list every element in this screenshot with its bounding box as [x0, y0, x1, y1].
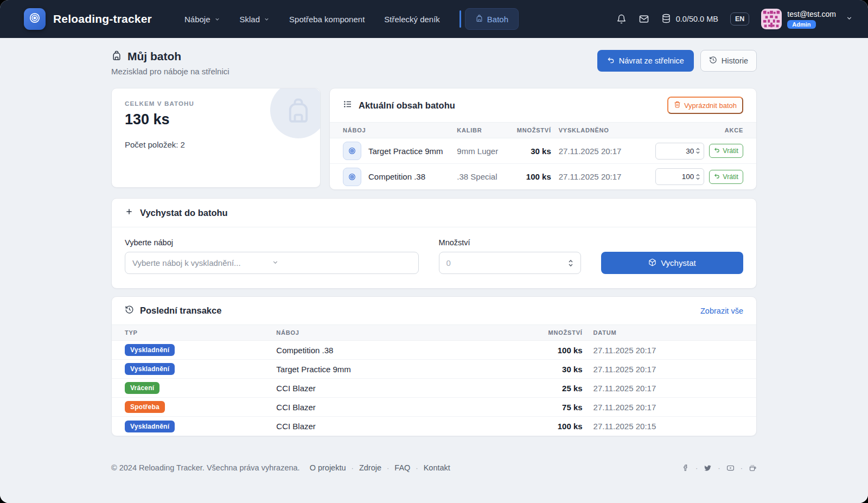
- quantity-field[interactable]: [446, 258, 566, 268]
- return-from-range-button[interactable]: Návrat ze střelnice: [597, 50, 694, 72]
- nav-item-naboje[interactable]: Náboje: [177, 9, 228, 29]
- contents-row: Competition .38 .38 Special 100 ks 27.11…: [330, 164, 756, 189]
- footer-link-zdroje[interactable]: Zdroje: [359, 463, 381, 472]
- select-ammo-label: Vyberte náboj: [125, 238, 419, 247]
- facebook-icon[interactable]: [682, 464, 690, 472]
- transaction-qty: 25 ks: [539, 384, 583, 393]
- stepper-icon[interactable]: [695, 173, 700, 181]
- app-window: Reloading-tracker Náboje Sklad Spotřeba …: [0, 0, 868, 503]
- nav-item-batoh[interactable]: Batoh: [465, 8, 519, 30]
- chevron-down-icon: [214, 15, 220, 24]
- navbar-right: 0.0/50.0 MB EN: [616, 9, 853, 29]
- role-badge: Admin: [787, 20, 815, 29]
- transaction-row: Vyskladnění CCI Blazer 100 ks 27.11.2025…: [112, 417, 756, 436]
- quantity-input[interactable]: [439, 252, 581, 274]
- plus-icon: [125, 207, 133, 218]
- twitter-icon[interactable]: [704, 464, 712, 472]
- stepper-icon[interactable]: [568, 259, 573, 268]
- mail-icon[interactable]: [639, 14, 649, 24]
- ammo-caliber: 9mm Luger: [457, 147, 513, 156]
- summary-items-count: Počet položek: 2: [125, 140, 307, 149]
- view-all-link[interactable]: Zobrazit vše: [700, 307, 743, 315]
- transaction-ammo: CCI Blazer: [276, 384, 539, 393]
- separator-dot: ·: [718, 464, 720, 472]
- issue-to-backpack-card: Vychystat do batohu Vyberte náboj Vybert…: [111, 198, 757, 289]
- history-button[interactable]: Historie: [700, 50, 757, 72]
- quantity-field[interactable]: [660, 173, 694, 181]
- ammo-quantity: 30 ks: [513, 147, 551, 156]
- footer-link-kontakt[interactable]: Kontakt: [424, 463, 450, 472]
- coffee-icon[interactable]: [749, 464, 757, 472]
- backpack-watermark-icon: [270, 88, 321, 138]
- transaction-date: 27.11.2025 20:17: [583, 403, 743, 412]
- nav-item-spotreba-komponent[interactable]: Spotřeba komponent: [282, 9, 372, 29]
- page-title: Můj batoh: [127, 50, 181, 63]
- contents-card-title: Aktuální obsah batohu: [359, 100, 455, 111]
- return-button[interactable]: Vrátit: [709, 144, 743, 158]
- undo-icon: [714, 147, 720, 155]
- brand-title: Reloading-tracker: [53, 12, 152, 26]
- footer-link-o-projektu[interactable]: O projektu: [310, 463, 346, 472]
- chevron-down-icon: [272, 258, 411, 268]
- transaction-qty: 75 ks: [539, 403, 583, 412]
- ammo-quantity: 100 ks: [513, 172, 551, 181]
- transaction-ammo: CCI Blazer: [276, 422, 539, 431]
- transaction-ammo: Competition .38: [276, 346, 539, 355]
- return-button[interactable]: Vrátit: [709, 170, 743, 184]
- contents-table-header: NÁBOJ KALIBR MNOŽSTVÍ VYSKLADNĚNO AKCE: [330, 123, 756, 138]
- issued-date: 27.11.2025 20:17: [551, 147, 639, 156]
- separator-dot: ·: [695, 464, 698, 472]
- ammo-name: Target Practice 9mm: [368, 147, 443, 156]
- list-icon: [343, 99, 353, 111]
- user-menu[interactable]: test@test.com Admin: [761, 9, 853, 29]
- user-email: test@test.com: [787, 10, 836, 18]
- summary-card: CELKEM V BATOHU 130 ks Počet položek: 2: [111, 88, 321, 188]
- transaction-date: 27.11.2025 20:17: [583, 346, 743, 355]
- transaction-row: Spotřeba CCI Blazer 75 ks 27.11.2025 20:…: [112, 398, 756, 417]
- chevron-down-icon: [264, 15, 270, 24]
- transactions-card: Poslední transakce Zobrazit vše TYP NÁBO…: [111, 296, 757, 436]
- issue-submit-button[interactable]: Vychystat: [601, 252, 743, 274]
- quantity-field[interactable]: [660, 147, 694, 155]
- target-icon: [28, 11, 41, 27]
- issued-date: 27.11.2025 20:17: [551, 172, 639, 181]
- transactions-title: Poslední transakce: [140, 305, 221, 316]
- transaction-qty: 30 ks: [539, 365, 583, 374]
- transaction-row: Vyskladnění Competition .38 100 ks 27.11…: [112, 341, 756, 360]
- ammo-icon: [343, 142, 361, 160]
- trash-icon: [674, 101, 681, 110]
- nav-item-strelecky-denik[interactable]: Střelecký deník: [376, 9, 448, 29]
- user-meta: test@test.com Admin: [787, 10, 836, 29]
- avatar: [761, 9, 782, 29]
- ammo-select[interactable]: Vyberte náboj k vyskladnění...: [125, 252, 419, 274]
- backpack-contents-card: Aktuální obsah batohu Vyprázdnit batoh N…: [329, 88, 757, 190]
- separator-dot: ·: [387, 464, 389, 472]
- transaction-ammo: Target Practice 9mm: [276, 365, 539, 374]
- return-quantity-input[interactable]: [655, 143, 704, 160]
- stepper-icon[interactable]: [695, 147, 700, 155]
- bell-icon[interactable]: [616, 14, 627, 24]
- transaction-type-badge: Vyskladnění: [125, 421, 175, 432]
- quantity-label: Množství: [439, 238, 581, 247]
- empty-backpack-button[interactable]: Vyprázdnit batoh: [667, 97, 743, 114]
- footer-link-faq[interactable]: FAQ: [394, 463, 410, 472]
- ammo-icon: [343, 168, 361, 186]
- app-logo[interactable]: [24, 8, 46, 30]
- active-indicator-bar: [459, 10, 461, 28]
- youtube-icon[interactable]: [726, 464, 735, 472]
- history-icon: [709, 56, 717, 66]
- transaction-type-badge: Vyskladnění: [125, 363, 175, 375]
- transaction-date: 27.11.2025 20:17: [583, 365, 743, 374]
- transaction-ammo: CCI Blazer: [276, 403, 539, 412]
- transaction-date: 27.11.2025 20:17: [583, 384, 743, 393]
- storage-indicator[interactable]: 0.0/50.0 MB: [661, 14, 718, 25]
- nav-item-sklad[interactable]: Sklad: [232, 9, 278, 29]
- return-quantity-input[interactable]: [655, 168, 704, 185]
- history-icon: [125, 305, 134, 316]
- navbar: Reloading-tracker Náboje Sklad Spotřeba …: [0, 0, 868, 38]
- transaction-qty: 100 ks: [539, 422, 583, 431]
- transactions-table-header: TYP NÁBOJ MNOŽSTVÍ DATUM: [112, 325, 756, 341]
- transaction-row: Vyskladnění Target Practice 9mm 30 ks 27…: [112, 360, 756, 379]
- nav-active-wrap: Batoh: [459, 8, 519, 30]
- language-switcher[interactable]: EN: [730, 12, 749, 26]
